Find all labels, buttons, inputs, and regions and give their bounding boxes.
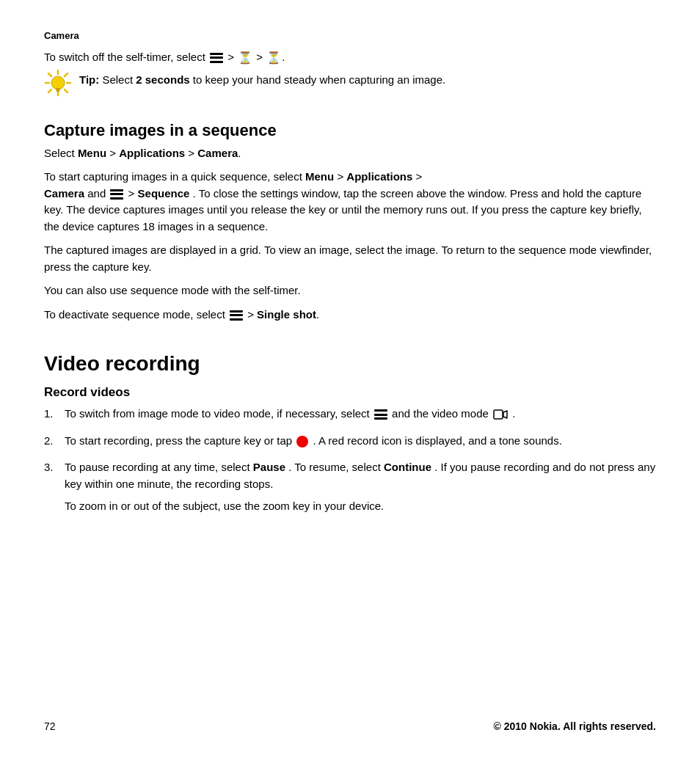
- tip-bold: 2 seconds: [136, 73, 189, 86]
- menu-icon: [210, 53, 223, 63]
- svg-line-7: [48, 89, 51, 92]
- svg-line-6: [65, 73, 68, 76]
- list-content-3: To pause recording at any time, select P…: [65, 459, 656, 515]
- item3-continue: Continue: [384, 461, 431, 473]
- record-icon: [296, 436, 308, 447]
- nav-select: Select: [44, 147, 75, 159]
- list-content-1: To switch from image mode to video mode,…: [65, 406, 656, 423]
- section-label: Camera: [44, 29, 656, 43]
- list-content-2: To start recording, press the capture ke…: [65, 433, 656, 450]
- svg-line-5: [65, 89, 68, 92]
- svg-rect-11: [494, 410, 503, 419]
- nav-line: Select Menu > Applications > Camera.: [44, 145, 656, 161]
- timer-icon-2: ⏳: [266, 49, 281, 66]
- item1-post: and the video mode: [392, 407, 489, 420]
- list-number-1: 1.: [44, 406, 65, 423]
- intro-text-post: .: [282, 51, 285, 63]
- para1-menu: Menu: [305, 170, 334, 183]
- tip-box: Tip: Select 2 seconds to keep your hand …: [44, 72, 656, 97]
- footer-page-number: 72: [44, 719, 56, 734]
- para-4: To deactivate sequence mode, select > Si…: [44, 307, 656, 324]
- para1-sep3: >: [128, 187, 135, 200]
- para1-sep2: >: [416, 170, 423, 183]
- item3-mid: . To resume, select: [288, 461, 381, 473]
- para1-pre: To start capturing images in a quick seq…: [44, 170, 302, 183]
- menu-icon-4: [374, 409, 387, 420]
- footer: 72 © 2010 Nokia. All rights reserved.: [44, 719, 656, 734]
- menu-icon-3: [230, 310, 243, 321]
- video-section-heading: Video recording: [44, 349, 656, 379]
- svg-rect-9: [56, 88, 60, 90]
- para1-rest: . To close the settings window, tap the …: [44, 187, 642, 233]
- item1-pre: To switch from image mode to video mode,…: [65, 407, 370, 420]
- list-number-3: 3.: [44, 459, 65, 476]
- nav-menu: Menu: [78, 147, 106, 159]
- svg-rect-10: [56, 90, 60, 92]
- intro-text-pre: To switch off the self-timer, select: [44, 51, 205, 63]
- para4-period: .: [316, 308, 319, 321]
- nav-sep1: >: [109, 147, 116, 159]
- list-number-2: 2.: [44, 433, 65, 450]
- tip-label: Tip:: [79, 73, 99, 86]
- para4-sep: >: [247, 308, 254, 321]
- steps-list: 1. To switch from image mode to video mo…: [44, 406, 656, 515]
- tip-text: Tip: Select 2 seconds to keep your hand …: [79, 72, 445, 88]
- record-videos-heading: Record videos: [44, 384, 656, 402]
- item1-end: .: [512, 407, 515, 420]
- item3-pre: To pause recording at any time, select: [65, 461, 250, 473]
- para1-and: and: [87, 187, 106, 200]
- para4-pre: To deactivate sequence mode, select: [44, 308, 225, 321]
- para-1: To start capturing images in a quick seq…: [44, 169, 656, 235]
- tip-rest: to keep your hand steady when capturing …: [193, 73, 445, 86]
- list-item: 3. To pause recording at any time, selec…: [44, 459, 656, 515]
- para1-camera: Camera: [44, 187, 84, 200]
- item2-post: . A red record icon is displayed, and a …: [313, 434, 562, 447]
- para-2: The captured images are displayed in a g…: [44, 242, 656, 275]
- para1-sep: >: [337, 170, 343, 183]
- intro-line: To switch off the self-timer, select > ⏳…: [44, 49, 656, 67]
- para1-applications: Applications: [346, 170, 412, 183]
- item3-pause: Pause: [253, 461, 285, 473]
- timer-icon-1: ⏳: [238, 49, 252, 66]
- footer-copyright: © 2010 Nokia. All rights reserved.: [494, 719, 656, 734]
- list-item: 2. To start recording, press the capture…: [44, 433, 656, 450]
- page: Camera To switch off the self-timer, sel…: [0, 0, 700, 760]
- lightbulb-icon: [44, 69, 72, 97]
- item2-pre: To start recording, press the capture ke…: [65, 434, 292, 447]
- nav-camera: Camera: [197, 147, 238, 159]
- para1-sequence: Sequence: [138, 187, 190, 200]
- tip-text-pre: Select: [102, 73, 133, 86]
- item3-sub: To zoom in or out of the subject, use th…: [65, 498, 656, 515]
- svg-point-8: [51, 76, 65, 89]
- nav-period: .: [238, 147, 241, 159]
- nav-applications: Applications: [119, 147, 185, 159]
- capture-section-heading: Capture images in a sequence: [44, 119, 656, 142]
- video-mode-icon: [493, 409, 508, 420]
- menu-icon-2: [110, 189, 123, 200]
- para-3: You can also use sequence mode with the …: [44, 282, 656, 299]
- svg-line-4: [48, 73, 51, 76]
- svg-marker-12: [503, 411, 507, 418]
- nav-sep2: >: [188, 147, 194, 159]
- para4-shot: Single shot: [257, 308, 316, 321]
- list-item: 1. To switch from image mode to video mo…: [44, 406, 656, 423]
